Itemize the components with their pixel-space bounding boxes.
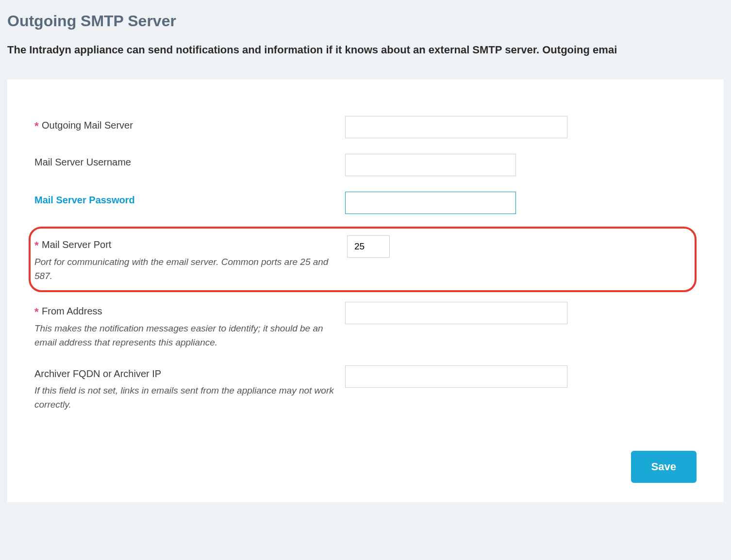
archiver-fqdn-input[interactable] bbox=[345, 365, 567, 388]
label-mail-server-port: Mail Server Port bbox=[42, 239, 111, 250]
outgoing-mail-server-input[interactable] bbox=[345, 116, 567, 138]
page-title: Outgoing SMTP Server bbox=[7, 12, 724, 30]
label-archiver-fqdn: Archiver FQDN or Archiver IP bbox=[34, 368, 161, 379]
hint-from-address: This makes the notification messages eas… bbox=[34, 321, 335, 350]
label-from-address: From Address bbox=[42, 306, 102, 316]
row-from-address: * From Address This makes the notificati… bbox=[34, 302, 697, 350]
label-mail-server-password[interactable]: Mail Server Password bbox=[34, 195, 135, 205]
label-outgoing-mail-server: Outgoing Mail Server bbox=[42, 120, 133, 131]
label-mail-server-username: Mail Server Username bbox=[34, 157, 131, 167]
hint-archiver-fqdn: If this field is not set, links in email… bbox=[34, 383, 335, 412]
mail-server-username-input[interactable] bbox=[345, 154, 516, 176]
row-mail-server-username: Mail Server Username bbox=[34, 154, 697, 176]
row-archiver-fqdn: Archiver FQDN or Archiver IP If this fie… bbox=[34, 365, 697, 412]
mail-server-port-input[interactable] bbox=[347, 235, 390, 258]
smtp-form-panel: * Outgoing Mail Server Mail Server Usern… bbox=[7, 80, 724, 502]
row-mail-server-password: Mail Server Password bbox=[34, 192, 697, 214]
mail-server-password-input[interactable] bbox=[345, 192, 516, 214]
required-asterisk-icon: * bbox=[34, 306, 39, 318]
row-outgoing-mail-server: * Outgoing Mail Server bbox=[34, 116, 697, 138]
from-address-input[interactable] bbox=[345, 302, 567, 324]
save-button[interactable]: Save bbox=[631, 451, 697, 483]
required-asterisk-icon: * bbox=[34, 239, 39, 251]
row-mail-server-port: * Mail Server Port Port for communicatin… bbox=[29, 227, 697, 292]
hint-mail-server-port: Port for communicating with the email se… bbox=[34, 255, 337, 283]
page-subtitle: The Intradyn appliance can send notifica… bbox=[7, 44, 724, 56]
required-asterisk-icon: * bbox=[34, 120, 39, 132]
form-actions: Save bbox=[34, 451, 697, 483]
